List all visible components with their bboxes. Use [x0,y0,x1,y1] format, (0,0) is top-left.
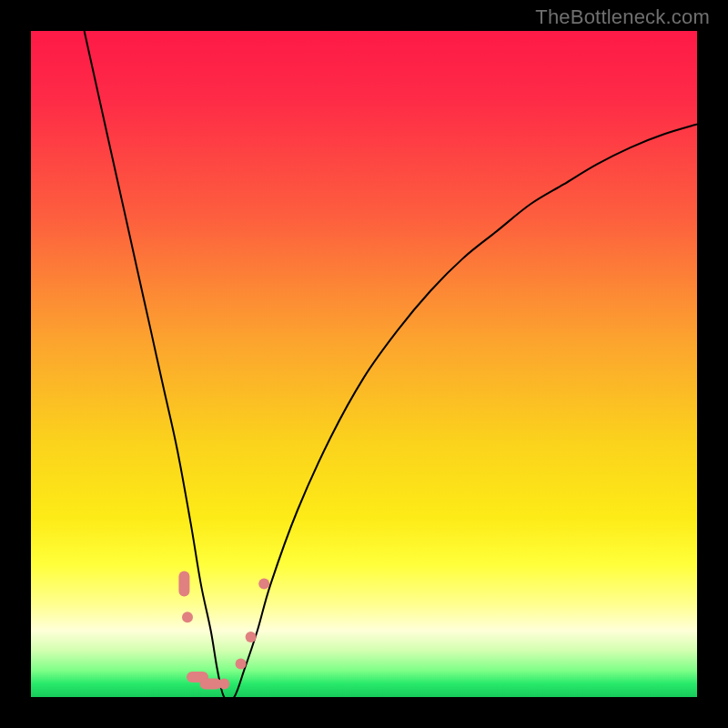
marker-dot [258,579,269,590]
outer-frame: TheBottleneck.com [0,0,728,728]
marker-pill [178,571,189,597]
curve-markers [178,571,269,690]
chart-svg [31,31,697,697]
marker-pill [200,678,222,689]
marker-dot [246,632,257,642]
marker-dot [182,612,193,622]
bottleneck-curve [85,31,697,701]
marker-dot [236,658,247,669]
plot-area [31,31,697,697]
watermark-text: TheBottleneck.com [535,5,710,29]
marker-dot [218,678,229,689]
